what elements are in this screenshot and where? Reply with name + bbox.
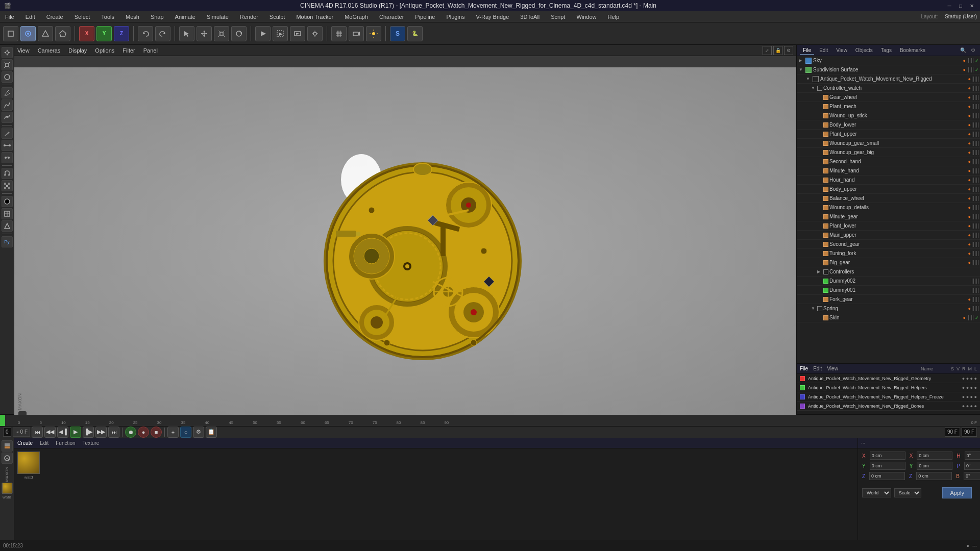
array-tool[interactable] — [2, 180, 13, 191]
tree-item-body-upper[interactable]: Body_upper ● — [797, 185, 980, 194]
viewport-menu-cameras[interactable]: Cameras — [38, 47, 61, 54]
material-geometry[interactable]: Antique_Pocket_Watch_Movement_New_Rigged… — [797, 374, 980, 383]
y-position-input[interactable] — [870, 462, 905, 470]
bottom-tab-texture[interactable]: Texture — [83, 440, 100, 446]
timeline-ruler[interactable]: 0 5 10 15 20 25 30 35 40 45 50 55 60 65 … — [0, 415, 980, 426]
scene-tab-objects[interactable]: Objects — [852, 46, 876, 55]
menu-edit[interactable]: Edit — [23, 13, 37, 21]
mode-points-btn[interactable] — [20, 26, 36, 41]
timeline-preview-btn[interactable]: 📋 — [206, 427, 217, 438]
tree-item-second-gear[interactable]: Second_gear ● — [797, 240, 980, 249]
python-script-tool[interactable]: Py — [2, 236, 13, 247]
grid-btn[interactable] — [331, 26, 347, 41]
next-step-btn[interactable]: ▐▶ — [83, 427, 94, 438]
go-start-btn[interactable]: ⏮ — [32, 427, 43, 438]
material-helpers[interactable]: Antique_Pocket_Watch_Movement_New_Rigged… — [797, 383, 980, 392]
menu-animate[interactable]: Animate — [173, 13, 198, 21]
menu-script[interactable]: Script — [549, 13, 567, 21]
menu-plugins[interactable]: Plugins — [444, 13, 467, 21]
scene-tab-edit[interactable]: Edit — [816, 46, 831, 55]
viewport-menu-view[interactable]: View — [17, 47, 30, 54]
record-btn[interactable]: ⏺ — [125, 427, 136, 438]
menu-3dtoall[interactable]: 3DToAll — [518, 13, 542, 21]
menu-file[interactable]: File — [3, 13, 16, 21]
prev-frame-btn[interactable]: ◀◀ — [44, 427, 56, 438]
render-preview-btn[interactable] — [255, 26, 271, 41]
select-btn[interactable] — [179, 26, 194, 41]
tree-item-plant-lower[interactable]: Plant_lower ● — [797, 221, 980, 231]
tool-x-btn[interactable]: X — [79, 26, 94, 41]
tree-item-wound-stick[interactable]: Wound_up_stick ● — [797, 111, 980, 120]
bridge-tool[interactable] — [2, 140, 13, 151]
next-frame-btn[interactable]: ▶▶ — [95, 427, 107, 438]
tree-item-minute-gear[interactable]: Minute_gear ● — [797, 212, 980, 221]
menu-sculpt[interactable]: Sculpt — [267, 13, 287, 21]
menu-vray[interactable]: V-Ray Bridge — [474, 13, 511, 21]
mode-object-btn[interactable] — [3, 26, 18, 41]
play-btn[interactable]: ▶ — [70, 427, 81, 438]
tree-item-body-lower[interactable]: Body_lower ● — [797, 120, 980, 130]
bottom-tool-1[interactable] — [2, 440, 13, 452]
mat-preview-tool[interactable] — [2, 483, 13, 494]
camera-btn[interactable] — [349, 26, 364, 41]
frame-end-input[interactable]: 90 F — [945, 428, 960, 437]
mat-tab-edit[interactable]: Edit — [813, 366, 822, 371]
mode-polygon-btn[interactable] — [55, 26, 70, 41]
tool-y-btn[interactable]: Y — [96, 26, 112, 41]
material-freeze[interactable]: Antique_Pocket_Watch_Movement_New_Rigged… — [797, 392, 980, 402]
total-frames-input[interactable]: 90 F — [962, 428, 977, 437]
menu-select[interactable]: Select — [72, 13, 92, 21]
b-rotation-input[interactable] — [964, 472, 980, 480]
scale-btn[interactable] — [214, 26, 229, 41]
close-button[interactable]: ✕ — [968, 2, 976, 10]
mat-tab-file[interactable]: File — [800, 366, 808, 371]
tree-item-sky[interactable]: ▶ Sky ● ✓ — [797, 56, 980, 65]
scene-tree[interactable]: ▶ Sky ● ✓ ▼ Subdivision Surface — [797, 56, 980, 363]
stop-btn[interactable]: ■ — [151, 427, 162, 438]
z-rotation-input[interactable] — [916, 472, 952, 480]
undo-btn[interactable] — [138, 26, 153, 41]
menu-help[interactable]: Help — [606, 13, 622, 21]
auto-key-btn[interactable]: ● — [138, 427, 149, 438]
viewport[interactable]: MAXON M — [14, 67, 796, 425]
tree-item-dummy001[interactable]: Dummy001 — [797, 286, 980, 295]
tool-z-btn[interactable]: Z — [114, 26, 129, 41]
scene-tab-file[interactable]: File — [800, 46, 814, 55]
uv-tool[interactable] — [2, 220, 13, 232]
p-rotation-input[interactable] — [964, 462, 980, 470]
rotate-tool[interactable] — [2, 71, 13, 83]
scene-tab-view[interactable]: View — [833, 46, 850, 55]
menu-snap[interactable]: Snap — [149, 13, 166, 21]
texture-tool[interactable] — [2, 208, 13, 219]
bottom-tab-create[interactable]: Create — [17, 440, 33, 446]
menu-window[interactable]: Window — [574, 13, 598, 21]
render-region-btn[interactable] — [273, 26, 288, 41]
sculpt-tool[interactable] — [2, 112, 13, 123]
menu-motion-tracker[interactable]: Motion Tracker — [294, 13, 335, 21]
knife-tool[interactable] — [2, 128, 13, 139]
tree-item-subdivision-surface[interactable]: ▼ Subdivision Surface ● ✓ — [797, 65, 980, 74]
menu-tools[interactable]: Tools — [99, 13, 116, 21]
viewport-settings-btn[interactable]: ⚙ — [784, 46, 793, 55]
tree-item-woundup-small[interactable]: Woundup_gear_small ● — [797, 139, 980, 148]
maximize-button[interactable]: □ — [957, 2, 965, 10]
tree-item-plant-mech[interactable]: Plant_mech ● — [797, 102, 980, 111]
world-space-dropdown[interactable]: World Object — [862, 488, 891, 497]
scene-tab-tags[interactable]: Tags — [878, 46, 895, 55]
weld-tool[interactable] — [2, 152, 13, 163]
redo-btn[interactable] — [155, 26, 170, 41]
viewport-menu-options[interactable]: Options — [95, 47, 114, 54]
tree-item-main-upper[interactable]: Main_upper ● — [797, 231, 980, 240]
menu-mograph[interactable]: MoGraph — [342, 13, 370, 21]
tree-item-spring[interactable]: ▼ Spring ● — [797, 304, 980, 313]
scene-zoom-btn[interactable]: 🔍 — [959, 46, 967, 55]
bottom-tab-function[interactable]: Function — [56, 440, 75, 446]
render-active-btn[interactable] — [290, 26, 305, 41]
scale-dropdown[interactable]: Scale Size — [894, 488, 921, 497]
mat-tab-view[interactable]: View — [827, 366, 838, 371]
loop-btn[interactable]: ○ — [180, 427, 191, 438]
move-btn[interactable] — [197, 26, 212, 41]
y-rotation-input[interactable] — [917, 462, 952, 470]
menu-create[interactable]: Create — [44, 13, 65, 21]
s-logo-btn[interactable]: S — [390, 26, 405, 41]
